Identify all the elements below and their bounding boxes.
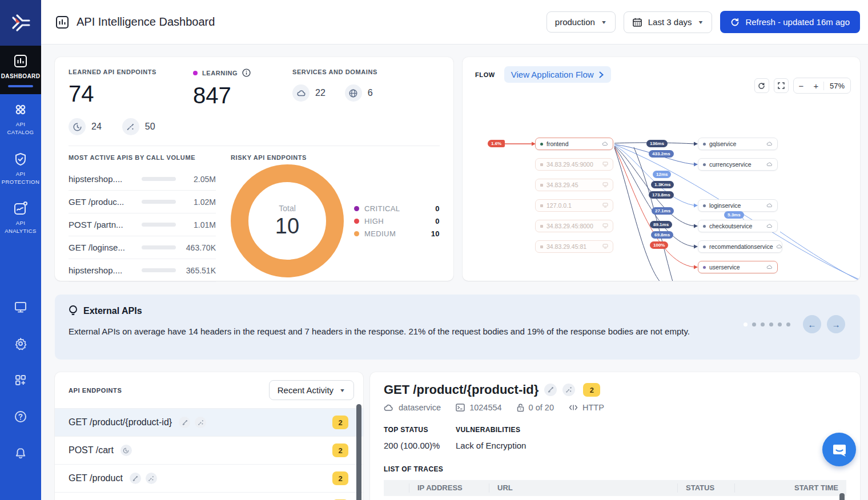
carousel-dot[interactable] xyxy=(778,322,782,326)
flow-node-gqlservice[interactable]: gqlservice xyxy=(698,138,778,150)
chevron-down-icon: ▼ xyxy=(339,388,345,393)
info-icon[interactable] xyxy=(242,68,251,77)
host-icon xyxy=(602,243,608,250)
column-ip-address[interactable]: IP ADDRESS xyxy=(409,483,489,493)
service-meta: dataservice xyxy=(384,403,441,412)
legend-medium: MEDIUM 10 xyxy=(354,227,440,240)
refresh-icon xyxy=(758,82,765,90)
sidebar-item-dashboard[interactable]: DASHBOARD xyxy=(0,46,41,94)
node-dot xyxy=(540,245,543,248)
api-volume-row[interactable]: hipstershop.... 365.51K xyxy=(69,259,216,282)
carousel-dot[interactable] xyxy=(786,322,790,326)
flow-node-host[interactable]: 34.83.29.45:81 xyxy=(535,240,613,253)
code-icon xyxy=(569,404,578,411)
flow-node-checkoutservice[interactable]: checkoutservice xyxy=(698,220,778,232)
column-start-time[interactable]: START TIME xyxy=(734,483,846,493)
endpoint-row[interactable]: GET /product 2 xyxy=(55,464,363,492)
analytics-icon xyxy=(13,201,28,216)
node-dot xyxy=(703,225,706,228)
flow-node-host[interactable]: 34.83.29.45:9000 xyxy=(535,158,613,171)
help-icon[interactable] xyxy=(14,410,27,424)
endpoints-title: API ENDPOINTS xyxy=(69,387,122,394)
apps-add-icon[interactable] xyxy=(14,373,27,387)
cloud-icon xyxy=(766,202,773,209)
stats-card: LEARNED API ENDPOINTS 74 LEARNING 847 SE… xyxy=(55,57,453,281)
dashboard-icon xyxy=(13,54,28,68)
sidebar-item-label: APICATALOG xyxy=(7,120,34,137)
flow-node-currencyservice[interactable]: currencyservice xyxy=(698,158,778,171)
volume-bar xyxy=(142,223,176,227)
zoom-out-button[interactable]: − xyxy=(794,81,809,91)
services-domains-label: SERVICES AND DOMAINS xyxy=(292,68,377,75)
latency-pill: 136ms xyxy=(646,140,668,147)
endpoint-row[interactable]: POST /cart 2 xyxy=(55,436,363,464)
clock-stat: 24 xyxy=(69,118,102,135)
vulnerabilities-value: Lack of Encryption xyxy=(456,441,526,450)
flow-fullscreen-button[interactable] xyxy=(774,78,789,93)
environment-select[interactable]: production▼ xyxy=(546,11,616,33)
flow-node-userservice[interactable]: userservice xyxy=(698,261,778,273)
flow-node-host[interactable]: 127.0.0.1 xyxy=(535,199,613,212)
top-status-label: TOP STATUS xyxy=(384,426,456,434)
lightbulb-icon xyxy=(69,305,78,317)
risky-title: RISKY API ENDPOINTS xyxy=(231,154,440,161)
table-scrollbar-thumb[interactable] xyxy=(839,493,845,500)
learning-status-dot xyxy=(193,71,198,75)
endpoint-row[interactable]: GET /product/{product-id} 2 xyxy=(55,408,363,436)
flow-node-loginservice[interactable]: loginservice xyxy=(698,199,778,212)
column-status[interactable]: STATUS xyxy=(677,483,734,493)
flow-node-recommendationservice[interactable]: recommendationservice xyxy=(698,240,782,253)
api-volume-row[interactable]: GET /loginse... 463.70K xyxy=(69,236,216,259)
carousel-dot[interactable] xyxy=(761,322,765,326)
cloud-icon xyxy=(384,404,394,412)
learned-endpoints-value: 74 xyxy=(69,81,193,106)
carousel-next-button[interactable]: → xyxy=(827,315,845,333)
notifications-bell-icon[interactable] xyxy=(14,446,27,460)
flow-node-frontend[interactable]: frontend xyxy=(535,138,613,150)
history-clock-icon xyxy=(69,118,86,135)
active-indicator xyxy=(8,85,33,87)
carousel-dot[interactable] xyxy=(744,322,748,326)
host-icon xyxy=(602,223,608,229)
node-dot xyxy=(540,143,543,146)
sidebar-item-api-analytics[interactable]: APIANALYTICS xyxy=(0,193,41,243)
endpoint-row[interactable]: 2 xyxy=(55,492,363,500)
chat-bubble-icon xyxy=(831,442,847,458)
risk-donut-chart[interactable]: Total 10 xyxy=(231,164,344,277)
node-dot xyxy=(703,143,706,146)
endpoint-count-badge: 2 xyxy=(332,471,348,485)
sidebar-item-api-catalog[interactable]: APICATALOG xyxy=(0,94,41,144)
app-logo[interactable] xyxy=(0,0,41,46)
flow-node-host[interactable]: 34.83.29.45 xyxy=(535,179,613,191)
history-clock-icon xyxy=(120,445,132,456)
sidebar-item-api-protection[interactable]: APIPROTECTION xyxy=(0,144,41,193)
node-dot xyxy=(540,184,543,187)
carousel-dot[interactable] xyxy=(752,322,756,326)
flow-node-host[interactable]: 34.83.29.45:8000 xyxy=(535,220,613,232)
branch-icon xyxy=(562,384,575,396)
logo-icon xyxy=(9,11,33,35)
carousel-dot[interactable] xyxy=(769,322,773,326)
chat-messenger-button[interactable] xyxy=(822,433,856,466)
date-range-select[interactable]: Last 3 days▼ xyxy=(624,11,713,33)
banner-text: External APIs on average have 14 headers… xyxy=(69,326,846,336)
list-scrollbar-thumb[interactable] xyxy=(356,404,361,500)
api-volume-row[interactable]: POST /partn... 1.01M xyxy=(69,213,216,236)
sort-select[interactable]: Recent Activity▼ xyxy=(269,380,354,400)
carousel-prev-button[interactable]: ← xyxy=(803,315,821,333)
vulnerabilities-label: VULNERABILITIES xyxy=(456,426,526,434)
column-url[interactable]: URL xyxy=(489,483,677,493)
critical-swatch xyxy=(354,206,359,211)
zoom-in-button[interactable]: + xyxy=(809,81,823,91)
zoom-level: 57% xyxy=(823,82,850,90)
api-volume-row[interactable]: GET /produc... 1.02M xyxy=(69,191,216,213)
dashboard-title-icon xyxy=(55,15,70,30)
flow-refresh-button[interactable] xyxy=(754,78,769,93)
monitor-icon[interactable] xyxy=(14,300,27,314)
node-dot xyxy=(703,204,706,207)
cloud-icon xyxy=(766,161,773,168)
api-volume-row[interactable]: hipstershop.... 2.05M xyxy=(69,168,216,191)
refresh-button[interactable]: Refresh - updated 16m ago xyxy=(720,11,860,33)
settings-gear-icon[interactable] xyxy=(14,337,27,350)
error-rate-badge: 1.6% xyxy=(488,140,505,147)
